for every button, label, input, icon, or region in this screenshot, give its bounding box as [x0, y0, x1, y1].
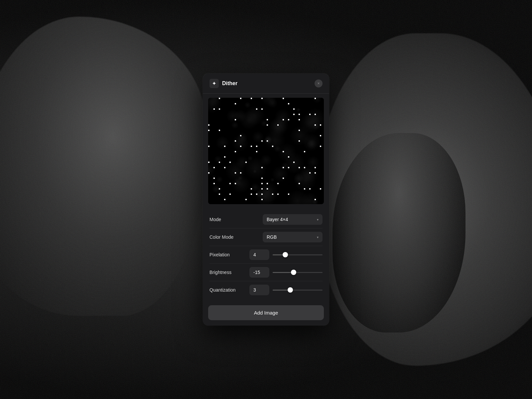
mode-chevron-icon: ▾ [317, 218, 319, 221]
dialog-title: Dither [222, 80, 237, 86]
color-mode-dropdown[interactable]: RGB ▾ [263, 232, 323, 242]
pixelation-value[interactable]: 4 [249, 249, 269, 260]
title-area: ✦ Dither [209, 79, 237, 88]
quantization-label: Quantization [209, 287, 249, 293]
quantization-slider[interactable] [273, 287, 323, 293]
brightness-slider[interactable] [273, 269, 323, 276]
mode-row: Mode Bayer 4×4 ▾ [209, 211, 323, 228]
mode-dropdown[interactable]: Bayer 4×4 ▾ [263, 214, 323, 225]
brightness-control-right: -15 [249, 267, 323, 278]
close-icon: × [317, 81, 320, 85]
brightness-label: Brightness [209, 270, 249, 275]
quantization-value[interactable]: 3 [249, 285, 269, 295]
pixelation-row: Pixelation 4 [209, 246, 323, 264]
pixelation-track [273, 254, 323, 255]
color-mode-dropdown-value: RGB [267, 234, 314, 240]
preview-area [208, 98, 324, 204]
mode-control-right: Bayer 4×4 ▾ [249, 214, 323, 225]
color-mode-label: Color Mode [209, 234, 249, 240]
pixelation-label: Pixelation [209, 252, 249, 257]
quantization-thumb[interactable] [288, 287, 293, 293]
app-icon: ✦ [209, 79, 219, 88]
quantization-track [273, 290, 323, 291]
close-button[interactable]: × [315, 79, 323, 87]
color-mode-chevron-icon: ▾ [317, 235, 319, 239]
brightness-thumb[interactable] [291, 270, 296, 275]
mode-dropdown-value: Bayer 4×4 [267, 217, 314, 222]
pixelation-thumb[interactable] [283, 252, 288, 257]
color-mode-control-right: RGB ▾ [249, 232, 323, 242]
mode-label: Mode [209, 217, 249, 222]
dither-dialog: ✦ Dither × Mode Bayer 4×4 ▾ Color Mode [203, 73, 329, 326]
brightness-fill [273, 272, 294, 273]
brightness-track [273, 272, 323, 273]
dialog-header: ✦ Dither × [203, 73, 329, 94]
brightness-row: Brightness -15 [209, 264, 323, 281]
color-mode-row: Color Mode RGB ▾ [209, 228, 323, 246]
quantization-control-right: 3 [249, 285, 323, 295]
brightness-value[interactable]: -15 [249, 267, 269, 278]
pixelation-control-right: 4 [249, 249, 323, 260]
quantization-row: Quantization 3 [209, 281, 323, 299]
controls-panel: Mode Bayer 4×4 ▾ Color Mode RGB ▾ Pixela… [203, 208, 329, 304]
add-image-button[interactable]: Add Image [208, 305, 324, 320]
dither-preview-canvas [208, 98, 324, 204]
pixelation-slider[interactable] [273, 251, 323, 258]
